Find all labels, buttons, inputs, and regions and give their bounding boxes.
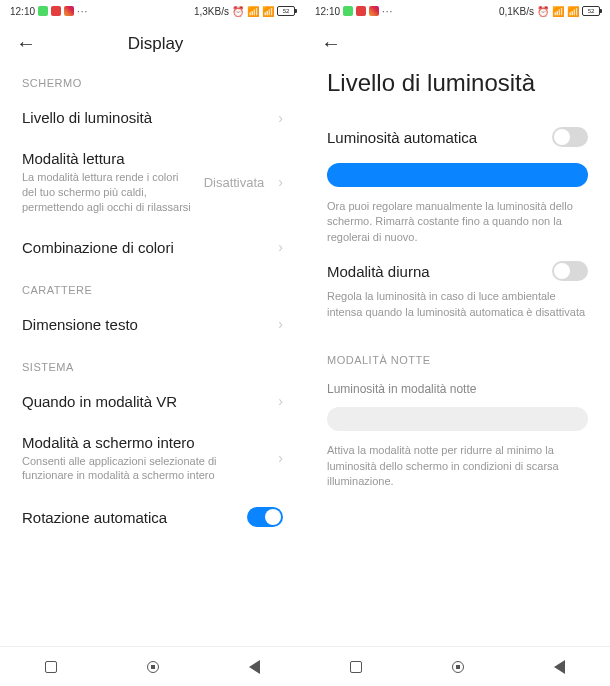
chevron-right-icon: › <box>278 450 283 466</box>
alarm-icon: ⏰ <box>232 6 244 17</box>
row-subtitle: La modalità lettura rende i colori del t… <box>22 170 194 215</box>
wifi-icon: 📶 <box>262 6 274 17</box>
whatsapp-icon <box>38 6 48 16</box>
toggle-auto-brightness[interactable] <box>552 127 588 147</box>
status-bar: 12:10 ··· 1,3KB/s ⏰ 📶 📶 52 <box>0 0 305 22</box>
gmail-icon <box>51 6 61 16</box>
row-title: Modalità diurna <box>327 263 542 280</box>
settings-list: SCHERMO Livello di luminosità › Modalità… <box>0 61 305 646</box>
row-brightness-level[interactable]: Livello di luminosità › <box>0 97 305 138</box>
row-title: Rotazione automatica <box>22 509 237 526</box>
row-reading-mode[interactable]: Modalità lettura La modalità lettura ren… <box>0 138 305 227</box>
manual-brightness-note: Ora puoi regolare manualmente la luminos… <box>305 197 610 255</box>
more-notifications-icon: ··· <box>382 6 393 17</box>
row-title: Luminosità automatica <box>327 129 542 146</box>
battery-icon: 52 <box>277 6 295 16</box>
row-title: Dimensione testo <box>22 316 268 333</box>
navigation-bar <box>305 646 610 686</box>
night-slider-label: Luminosità in modalità notte <box>305 377 610 403</box>
page-title: Display <box>52 34 259 54</box>
nav-home-button[interactable] <box>147 661 159 673</box>
navigation-bar <box>0 646 305 686</box>
row-auto-rotate[interactable]: Rotazione automatica <box>0 495 305 539</box>
back-button[interactable]: ← <box>16 32 36 55</box>
section-night-mode: MODALITÀ NOTTE <box>305 330 610 374</box>
row-auto-brightness: Luminosità automatica <box>305 115 610 159</box>
status-time: 12:10 <box>10 6 35 17</box>
status-bar: 12:10 ··· 0,1KB/s ⏰ 📶 📶 52 <box>305 0 610 22</box>
status-time: 12:10 <box>315 6 340 17</box>
section-schermo: SCHERMO <box>0 61 305 97</box>
toggle-auto-rotate[interactable] <box>247 507 283 527</box>
screen-display-settings: 12:10 ··· 1,3KB/s ⏰ 📶 📶 52 ← Display SCH… <box>0 0 305 686</box>
chevron-right-icon: › <box>278 239 283 255</box>
nav-home-button[interactable] <box>452 661 464 673</box>
header: ← Display <box>0 22 305 61</box>
night-brightness-slider[interactable] <box>327 407 588 431</box>
alarm-icon: ⏰ <box>537 6 549 17</box>
net-speed: 1,3KB/s <box>194 6 229 17</box>
gmail-icon <box>356 6 366 16</box>
row-vr-mode[interactable]: Quando in modalità VR › <box>0 381 305 422</box>
page-title: Livello di luminosità <box>305 55 610 115</box>
signal-icon: 📶 <box>552 6 564 17</box>
whatsapp-icon <box>343 6 353 16</box>
row-color-scheme[interactable]: Combinazione di colori › <box>0 227 305 268</box>
screen-brightness-level: 12:10 ··· 0,1KB/s ⏰ 📶 📶 52 ← Livello di … <box>305 0 610 686</box>
chevron-right-icon: › <box>278 393 283 409</box>
battery-icon: 52 <box>582 6 600 16</box>
net-speed: 0,1KB/s <box>499 6 534 17</box>
row-fullscreen-mode[interactable]: Modalità a schermo intero Consenti alle … <box>0 422 305 496</box>
chevron-right-icon: › <box>278 316 283 332</box>
day-mode-note: Regola la luminosità in caso di luce amb… <box>305 287 610 330</box>
nav-back-button[interactable] <box>249 660 260 674</box>
signal-icon: 📶 <box>247 6 259 17</box>
wifi-icon: 📶 <box>567 6 579 17</box>
row-title: Combinazione di colori <box>22 239 268 256</box>
section-sistema: SISTEMA <box>0 345 305 381</box>
night-mode-note: Attiva la modalità notte per ridurre al … <box>305 441 610 499</box>
row-title: Quando in modalità VR <box>22 393 268 410</box>
chevron-right-icon: › <box>278 110 283 126</box>
more-notifications-icon: ··· <box>77 6 88 17</box>
nav-recents-button[interactable] <box>45 661 57 673</box>
back-button[interactable]: ← <box>321 32 341 55</box>
brightness-slider[interactable] <box>327 163 588 187</box>
chevron-right-icon: › <box>278 174 283 190</box>
nav-back-button[interactable] <box>554 660 565 674</box>
brightness-content: Luminosità automatica Ora puoi regolare … <box>305 115 610 646</box>
row-title: Modalità lettura <box>22 150 194 167</box>
row-value: Disattivata <box>204 175 265 190</box>
row-title: Modalità a schermo intero <box>22 434 268 451</box>
nav-recents-button[interactable] <box>350 661 362 673</box>
row-day-mode: Modalità diurna <box>305 255 610 287</box>
row-title: Livello di luminosità <box>22 109 268 126</box>
row-subtitle: Consenti alle applicazioni selezionate d… <box>22 454 268 484</box>
instagram-icon <box>64 6 74 16</box>
instagram-icon <box>369 6 379 16</box>
section-carattere: CARATTERE <box>0 268 305 304</box>
row-text-size[interactable]: Dimensione testo › <box>0 304 305 345</box>
toggle-day-mode[interactable] <box>552 261 588 281</box>
header: ← <box>305 22 610 55</box>
